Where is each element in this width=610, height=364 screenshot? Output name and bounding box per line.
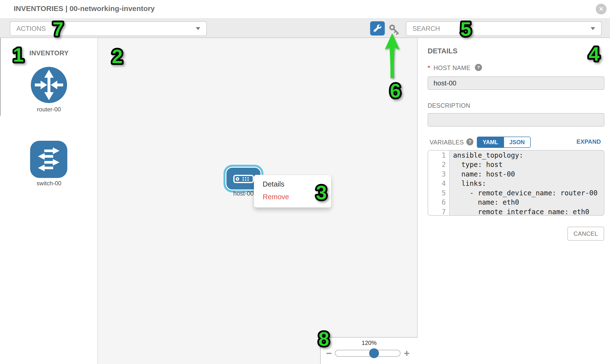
host-icon [233, 175, 254, 183]
key-icon [389, 24, 400, 36]
device-router-label: router-00 [0, 106, 98, 113]
chevron-down-icon [196, 27, 200, 30]
zoom-slider-track[interactable] [335, 350, 401, 357]
line-number: 3 [428, 169, 450, 179]
menu-item-details[interactable]: Details [254, 178, 331, 190]
close-icon[interactable]: ✕ [596, 4, 607, 14]
key-button[interactable] [388, 24, 401, 36]
details-panel-title: DETAILS [428, 47, 457, 55]
variables-code-editor[interactable]: 1 ansible_topology: 2 type: host 3 name:… [428, 150, 604, 216]
tools-button[interactable] [370, 21, 385, 36]
host-name-input[interactable] [428, 76, 604, 90]
actions-dropdown-label: ACTIONS [16, 25, 196, 33]
menu-item-remove[interactable]: Remove [254, 190, 331, 203]
actions-dropdown[interactable]: ACTIONS [10, 21, 207, 36]
breadcrumb: INVENTORIES | 00-networking-inventory [14, 4, 155, 13]
line-text: name: host-00 [450, 170, 515, 178]
variables-format-toggle: YAML JSON [477, 137, 531, 148]
wrench-icon [374, 25, 381, 32]
required-asterisk: * [428, 64, 430, 72]
help-icon[interactable]: ? [475, 64, 482, 71]
line-text: - remote_device_name: router-00 [450, 189, 597, 197]
code-line: 5 - remote_device_name: router-00 [428, 188, 604, 198]
panel-edge-divider [0, 38, 1, 116]
cancel-button[interactable]: CANCEL [567, 227, 604, 241]
line-text: links: [450, 180, 486, 187]
yaml-toggle-button[interactable]: YAML [477, 137, 504, 147]
line-text: remote_interface_name: eth0 [450, 208, 589, 216]
device-switch[interactable] [30, 141, 67, 178]
toolbar: ACTIONS SEARCH [0, 18, 610, 38]
node-context-menu: Details Remove [254, 175, 331, 208]
zoom-in-button[interactable]: + [404, 348, 410, 359]
line-text: ansible_topology: [450, 151, 523, 159]
zoom-control: 120% − + [320, 337, 418, 364]
code-line: 3 name: host-00 [428, 169, 604, 179]
line-text: type: host [450, 161, 503, 169]
zoom-slider-row: − + [321, 347, 418, 362]
expand-link[interactable]: EXPAND [570, 138, 601, 145]
switch-icon [30, 141, 67, 178]
line-number: 5 [428, 188, 450, 198]
inventory-topology-page: INVENTORIES | 00-networking-inventory ✕ … [0, 0, 610, 364]
zoom-slider-thumb[interactable] [369, 348, 379, 358]
device-router[interactable] [31, 67, 67, 103]
code-line: 6 name: eth0 [428, 198, 604, 207]
line-number: 7 [428, 207, 450, 216]
code-line: 4 links: [428, 179, 604, 188]
description-label: DESCRIPTION [428, 102, 470, 109]
host-name-label: HOST NAME [433, 64, 470, 71]
code-line: 1 ansible_topology: [428, 151, 604, 160]
zoom-out-button[interactable]: − [326, 348, 332, 359]
inventory-panel-title: INVENTORY [29, 50, 69, 57]
line-number: 6 [428, 198, 450, 207]
line-number: 2 [428, 160, 450, 170]
search-dropdown[interactable]: SEARCH [406, 21, 602, 36]
page-header: INVENTORIES | 00-networking-inventory ✕ [0, 0, 610, 18]
code-line: 2 type: host [428, 160, 604, 170]
line-number: 1 [428, 151, 450, 160]
router-icon [31, 67, 67, 103]
description-input[interactable] [428, 113, 604, 127]
device-switch-label: switch-00 [0, 180, 98, 187]
line-number: 4 [428, 179, 450, 188]
help-icon[interactable]: ? [466, 138, 473, 145]
code-line: 7 remote_interface_name: eth0 [428, 207, 604, 216]
chevron-down-icon [591, 27, 595, 30]
search-dropdown-label: SEARCH [413, 25, 591, 33]
variables-label: VARIABLES [429, 139, 464, 146]
zoom-level: 120% [321, 339, 418, 346]
line-text: name: eth0 [450, 198, 519, 206]
json-toggle-button[interactable]: JSON [504, 137, 530, 147]
